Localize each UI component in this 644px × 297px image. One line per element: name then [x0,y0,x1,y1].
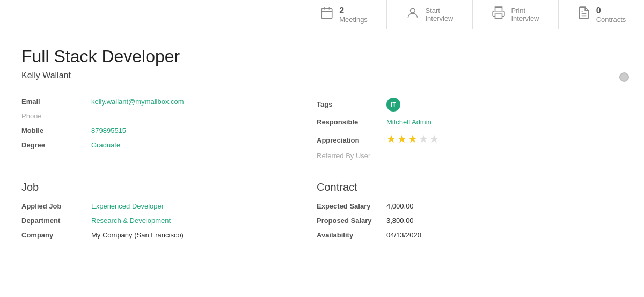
appreciation-label: Appreciation [317,136,386,144]
meetings-count: 2 [339,5,344,16]
email-label: Email [21,98,91,106]
department-row: Department Research & Development [21,217,274,225]
contact-section: Email kelly.wallant@mymailbox.com Phone … [21,98,274,166]
print-interview-button[interactable]: Print Interview [472,0,558,29]
mobile-value[interactable]: 879895515 [91,127,126,135]
degree-label: Degree [21,141,91,149]
meetings-icon [320,6,334,23]
svg-rect-5 [495,14,502,19]
department-value[interactable]: Research & Development [91,217,171,225]
contracts-icon [577,6,591,23]
applied-job-label: Applied Job [21,202,91,210]
department-label: Department [21,217,91,225]
proposed-salary-value: 3,800.00 [386,217,414,225]
form-grid: Email kelly.wallant@mymailbox.com Phone … [21,98,569,246]
availability-label: Availability [317,231,386,239]
start-interview-icon [406,6,420,23]
print-interview-text: Print Interview [511,6,539,23]
job-section-title: Job [21,181,274,194]
responsible-row: Responsible Mitchell Admin [317,118,569,126]
applied-job-value[interactable]: Experienced Developer [91,202,164,210]
applied-job-row: Applied Job Experienced Developer [21,202,274,210]
main-content: Full Stack Developer Kelly Wallant Email… [0,29,590,263]
appreciation-row: Appreciation ★ ★ ★ ★ ★ [317,132,569,145]
proposed-salary-label: Proposed Salary [317,217,386,225]
email-value[interactable]: kelly.wallant@mymailbox.com [91,98,184,106]
degree-value[interactable]: Graduate [91,141,120,149]
page-title: Full Stack Developer [21,47,569,66]
meetings-text: 2 Meetings [339,5,368,24]
tag-it-badge[interactable]: IT [386,98,400,112]
start-interview-button[interactable]: Start Interview [386,0,472,29]
star-2[interactable]: ★ [397,132,407,145]
company-value: My Company (San Francisco) [91,231,184,239]
star-5[interactable]: ★ [429,132,439,145]
meetings-button[interactable]: 2 Meetings [301,0,386,29]
star-4[interactable]: ★ [419,132,428,145]
job-section: Job Applied Job Experienced Developer De… [21,166,274,246]
start-interview-label-line2: Interview [425,14,453,23]
svg-point-4 [411,8,415,13]
status-circle [619,72,629,82]
star-1[interactable]: ★ [386,132,396,145]
contracts-label: Contracts [596,16,626,24]
contract-section-title: Contract [317,181,569,194]
expected-salary-label: Expected Salary [317,202,386,210]
page-wrapper: Full Stack Developer Kelly Wallant Email… [0,29,644,263]
toolbar: 2 Meetings Start Interview Print Intervi… [0,0,644,29]
tags-row: Tags IT [317,98,569,112]
print-interview-label-line2: Interview [511,14,539,23]
tags-section: Tags IT Responsible Mitchell Admin Appre… [317,98,569,166]
contracts-text: 0 Contracts [596,5,626,24]
responsible-label: Responsible [317,118,386,126]
responsible-value[interactable]: Mitchell Admin [386,118,431,126]
start-interview-label-line1: Start [425,6,440,14]
expected-salary-row: Expected Salary 4,000.00 [317,202,569,210]
proposed-salary-row: Proposed Salary 3,800.00 [317,217,569,225]
start-interview-text: Start Interview [425,6,453,23]
company-row: Company My Company (San Francisco) [21,231,274,239]
phone-row: Phone [21,112,274,120]
referred-row: Referred By User [317,152,569,160]
candidate-name: Kelly Wallant [21,71,569,80]
tags-label: Tags [317,100,386,108]
print-interview-icon [492,6,506,23]
mobile-row: Mobile 879895515 [21,127,274,135]
contracts-count: 0 [596,5,601,16]
expected-salary-value: 4,000.00 [386,202,414,210]
phone-label: Phone [21,112,91,120]
star-3[interactable]: ★ [408,132,418,145]
meetings-label: Meetings [339,16,368,24]
referred-label: Referred By User [317,152,386,160]
appreciation-stars[interactable]: ★ ★ ★ ★ ★ [386,132,439,145]
mobile-label: Mobile [21,127,91,135]
print-interview-label-line1: Print [511,6,525,14]
svg-rect-0 [321,8,332,19]
availability-row: Availability 04/13/2020 [317,231,569,239]
contracts-button[interactable]: 0 Contracts [558,0,644,29]
company-label: Company [21,231,91,239]
degree-row: Degree Graduate [21,141,274,149]
availability-value: 04/13/2020 [386,231,421,239]
email-row: Email kelly.wallant@mymailbox.com [21,98,274,106]
contract-section: Contract Expected Salary 4,000.00 Propos… [317,166,569,246]
